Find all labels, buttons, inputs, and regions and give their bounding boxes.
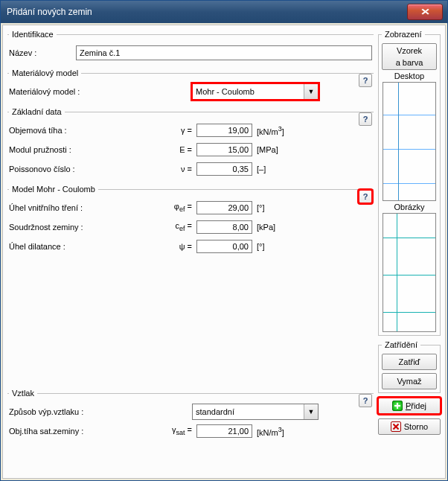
group-zatrideni: Zatřídění Zatřiď Vymaž [378,340,441,393]
legend-material-model: Materiálový model [9,69,81,77]
chevron-down-icon: ▼ [304,84,318,99]
label-obrazky: Obrázky [382,203,437,211]
button-vzorek-barva[interactable]: Vzorek a barva [382,43,437,70]
input-E[interactable] [196,143,252,156]
group-material-model: Materiálový model ? Materiálový model : … [7,69,374,103]
symbol-nu: ν = [106,165,196,173]
unit-nu: [–] [252,165,266,173]
title-bar: Přidání nových zemin ✕ [1,1,447,23]
legend-mohr: Model Mohr - Coulomb [9,185,98,194]
unit-gamma: [kN/m3] [252,125,284,136]
legend-zakladni: Základní data [9,107,65,116]
input-gamma[interactable] [196,124,252,137]
input-gsat[interactable] [196,424,252,438]
button-zatrid[interactable]: Zatřiď [382,354,437,370]
label-desktop: Desktop [382,71,437,80]
symbol-c: cef = [106,221,196,232]
group-vztlak: Vztlak ? Způsob výp.vztlaku : standardní… [7,389,374,442]
help-icon[interactable]: ? [359,394,372,407]
help-icon[interactable]: ? [359,112,372,126]
label-E: Modul pružnosti : [9,145,106,154]
unit-gsat: [kN/m3] [252,426,284,437]
button-storno[interactable]: Storno [378,418,441,435]
window-title: Přidání nových zemin [7,7,92,17]
legend-vztlak: Vztlak [9,389,37,398]
unit-psi: [°] [252,242,265,251]
preview-obrazky [383,213,436,332]
label-nazev: Název : [9,48,76,57]
unit-E: [MPa] [252,145,278,154]
chevron-down-icon: ▼ [304,404,318,419]
label-nu: Poissonovo číslo : [9,165,106,173]
symbol-gsat: γsat = [106,425,196,436]
dropdown-material-model[interactable]: Mohr - Coulomb ▼ [192,83,319,100]
symbol-phi: φef = [106,202,196,213]
input-c[interactable] [196,220,252,234]
button-vzorek-line2: a barva [396,58,423,67]
label-phi: Úhel vnitřního tření : [9,203,106,212]
legend-identifikace: Identifikace [9,30,57,39]
window-close-button[interactable]: ✕ [407,4,443,20]
unit-c: [kPa] [252,223,275,232]
dialog-window: Přidání nových zemin ✕ Identifikace Náze… [0,0,448,481]
spacer [7,262,374,389]
symbol-gamma: γ = [106,126,196,135]
unit-phi: [°] [252,203,265,212]
group-identifikace: Identifikace Název : [7,30,374,64]
input-psi[interactable] [196,240,252,253]
side-panel: Zobrazení Vzorek a barva Desktop Obrázky… [378,25,445,478]
help-icon[interactable]: ? [359,74,372,87]
group-mohr-coulomb: Model Mohr - Coulomb ? Úhel vnitřního tř… [7,185,374,258]
group-zakladni-data: Základní data ? Objemová tíha : γ = [kN/… [7,107,374,180]
plus-icon [392,401,403,411]
label-vztlak-mode: Způsob výp.vztlaku : [9,407,192,416]
symbol-psi: ψ = [106,242,196,251]
input-nu[interactable] [196,162,252,176]
button-vymaz[interactable]: Vymaž [382,373,437,389]
cancel-icon [391,421,401,432]
group-zobrazeni: Zobrazení Vzorek a barva Desktop Obrázky [378,30,441,336]
legend-zatrideni: Zatřídění [382,340,420,349]
symbol-E: E = [106,145,196,154]
legend-zobrazeni: Zobrazení [382,30,425,39]
label-c: Soudržnost zeminy : [9,223,106,232]
label-gsat: Obj.tíha sat.zeminy : [9,427,106,436]
preview-desktop [383,82,436,201]
button-vzorek-line1: Vzorek [397,46,422,55]
dropdown-material-model-value: Mohr - Coulomb [193,87,304,96]
dialog-body: Identifikace Název : Materiálový model ?… [2,25,446,479]
dropdown-vztlak-mode[interactable]: standardní ▼ [192,404,319,420]
main-panel: Identifikace Název : Materiálový model ?… [3,25,378,478]
label-psi: Úhel dilatance : [9,242,106,251]
label-material-model: Materiálový model : [9,87,192,96]
close-icon: ✕ [420,7,430,17]
input-nazev[interactable] [76,45,372,60]
help-icon[interactable]: ? [359,190,372,203]
label-gamma: Objemová tíha : [9,126,106,135]
button-pridej[interactable]: Přidej [378,398,441,414]
input-phi[interactable] [196,201,252,214]
dropdown-vztlak-value: standardní [193,407,304,416]
